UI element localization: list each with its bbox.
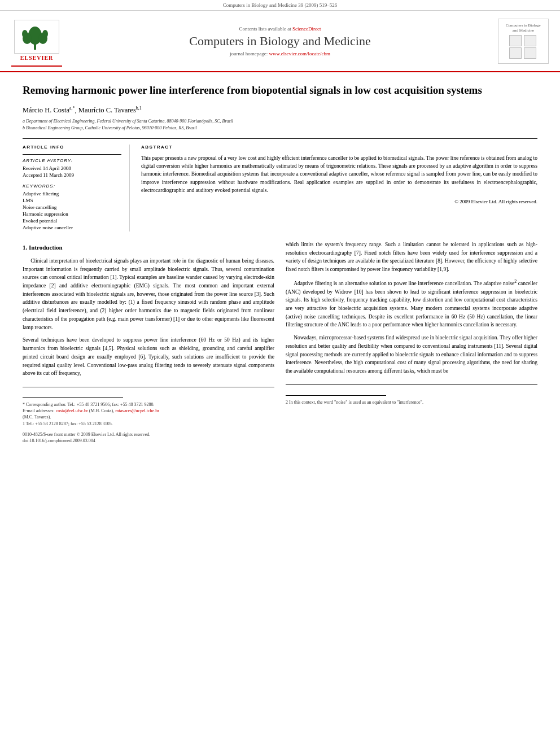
affiliation-b: b Biomedical Engineering Group, Catholic… bbox=[23, 125, 537, 132]
body-col-left: 1. Introduction Clinical interpretation … bbox=[23, 241, 274, 444]
article-info-heading: Article Info bbox=[23, 145, 121, 150]
abstract-panel: Abstract This paper presents a new propo… bbox=[141, 145, 537, 231]
homepage-link[interactable]: www.elsevier.com/locate/cbm bbox=[269, 51, 330, 56]
affiliation-a: a Department of Electrical Engineering, … bbox=[23, 118, 537, 125]
author2-name: Maurício C. Tavares bbox=[78, 106, 136, 114]
sciencedirect-anchor[interactable]: ScienceDirect bbox=[292, 26, 321, 32]
journal-logo-right: Computers in Biologyand Medicine bbox=[498, 19, 549, 64]
elsevier-logo-image bbox=[14, 20, 59, 54]
journal-citation: Computers in Biology and Medicine 39 (20… bbox=[223, 2, 338, 8]
abstract-heading: Abstract bbox=[141, 145, 537, 150]
journal-homepage: journal homepage: www.elsevier.com/locat… bbox=[62, 51, 498, 56]
elsevier-wordmark: ELSEVIER bbox=[20, 55, 54, 61]
logo-grid bbox=[509, 35, 537, 59]
logo-cell-2 bbox=[524, 35, 536, 46]
author1-name: Márcio H. Costa bbox=[23, 106, 69, 114]
footnote-2: 2 In this context, the word "noise" is u… bbox=[286, 399, 537, 405]
keywords-label: Keywords: bbox=[23, 184, 121, 189]
footer-bottom-text: 0010-4825/$-see front matter © 2009 Else… bbox=[23, 431, 274, 444]
intro-para1: Clinical interpretation of bioelectrical… bbox=[23, 257, 274, 331]
keyword-3: Noise cancelling bbox=[23, 204, 121, 210]
keyword-4: Harmonic suppression bbox=[23, 211, 121, 217]
body-col-right: which limits the system's frequency rang… bbox=[286, 241, 537, 444]
author1-sup: a,* bbox=[69, 106, 75, 111]
right-para1: which limits the system's frequency rang… bbox=[286, 241, 537, 274]
right-para2: Adaptive filtering is an alternative sol… bbox=[286, 278, 537, 329]
history-label: Article history: bbox=[23, 158, 121, 163]
top-bar: Computers in Biology and Medicine 39 (20… bbox=[0, 0, 560, 11]
authors: Márcio H. Costaa,*, Maurício C. Tavaresb… bbox=[23, 106, 537, 115]
abstract-copyright: © 2009 Elsevier Ltd. All rights reserved… bbox=[141, 199, 537, 204]
svg-point-4 bbox=[22, 30, 28, 38]
article-title: Removing harmonic power line interferenc… bbox=[23, 84, 537, 98]
logo-cell-3 bbox=[509, 47, 522, 59]
logo-cell-4 bbox=[524, 47, 536, 59]
affiliations: a Department of Electrical Engineering, … bbox=[23, 118, 537, 132]
footnote-star: * Corresponding author. Tel.: +55 48 372… bbox=[23, 401, 274, 408]
logo-right-title: Computers in Biologyand Medicine bbox=[506, 23, 541, 33]
keyword-6: Adaptive noise canceller bbox=[23, 225, 121, 230]
author2-sup: b,1 bbox=[136, 106, 142, 111]
keyword-2: LMS bbox=[23, 198, 121, 203]
received-date: Received 14 April 2008 bbox=[23, 165, 121, 171]
footer-left-col: * Corresponding author. Tel.: +55 48 372… bbox=[23, 387, 274, 444]
keyword-1: Adaptive filtering bbox=[23, 191, 121, 196]
body-columns: 1. Introduction Clinical interpretation … bbox=[23, 241, 537, 444]
footnote-mc: (M.C. Tavares). bbox=[23, 414, 274, 420]
sciencedirect-link: Contents lists available at ScienceDirec… bbox=[62, 26, 498, 32]
journal-center: Contents lists available at ScienceDirec… bbox=[62, 26, 498, 56]
journal-title: Computers in Biology and Medicine bbox=[62, 34, 498, 49]
keyword-5: Evoked potential bbox=[23, 218, 121, 224]
section-1-heading: 1. Introduction bbox=[23, 243, 274, 252]
footer-right-col: 2 In this context, the word "noise" is u… bbox=[286, 385, 537, 405]
footnote-email: E-mail addresses: costa@eel.ufsc.br (M.H… bbox=[23, 408, 274, 414]
elsevier-logo: ELSEVIER bbox=[11, 15, 62, 67]
article-info-abstract: Article Info Article history: Received 1… bbox=[23, 138, 537, 231]
main-content: Removing harmonic power line interferenc… bbox=[0, 72, 560, 455]
article-info-panel: Article Info Article history: Received 1… bbox=[23, 145, 130, 231]
logo-cell-1 bbox=[509, 35, 522, 46]
footnote-1: 1 Tel.: +55 53 2128 8287; fax: +55 53 21… bbox=[23, 421, 274, 427]
journal-header: ELSEVIER Contents lists available at Sci… bbox=[0, 11, 560, 72]
right-para3: Nowadays, microprocessor-based systems f… bbox=[286, 334, 537, 375]
svg-point-5 bbox=[42, 30, 48, 38]
accepted-date: Accepted 11 March 2009 bbox=[23, 172, 121, 178]
abstract-text: This paper presents a new proposal of a … bbox=[141, 154, 537, 194]
intro-para2: Several techniques have been developed t… bbox=[23, 336, 274, 378]
